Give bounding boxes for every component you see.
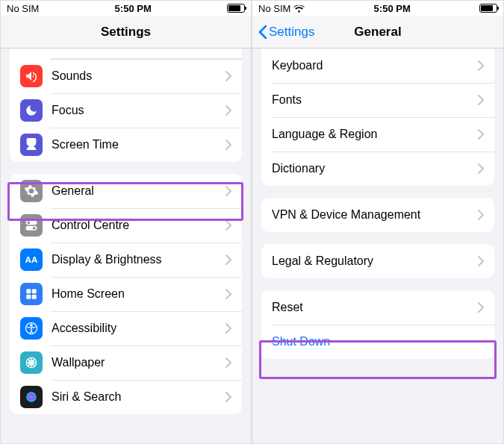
row-label: Focus xyxy=(52,104,225,117)
back-button[interactable]: Settings xyxy=(258,25,314,40)
row-label: Control Centre xyxy=(52,219,225,232)
settings-scroll[interactable]: Sounds Focus Screen Time xyxy=(1,49,251,444)
back-label: Settings xyxy=(269,25,314,40)
list-item-siri[interactable]: Siri & Search xyxy=(10,380,242,414)
settings-group-2: General Control Centre AA Display & Brig… xyxy=(10,174,242,414)
chevron-right-icon xyxy=(478,163,484,174)
status-time: 5:50 PM xyxy=(115,3,152,14)
siri-icon xyxy=(20,386,43,408)
chevron-right-icon xyxy=(225,140,231,150)
screentime-icon xyxy=(20,134,43,156)
nav-header: Settings xyxy=(1,16,251,49)
row-label: Reset xyxy=(272,301,478,314)
list-item-legal[interactable]: Legal & Regulatory xyxy=(261,244,494,278)
list-item-wallpaper[interactable]: Wallpaper xyxy=(10,345,242,380)
chevron-right-icon xyxy=(225,392,231,402)
general-group-4: Reset Shut Down xyxy=(261,290,494,359)
nav-header: Settings General xyxy=(252,16,503,49)
row-label: VPN & Device Management xyxy=(272,208,478,222)
row-label: Screen Time xyxy=(52,138,225,151)
chevron-right-icon xyxy=(478,210,484,220)
chevron-right-icon xyxy=(478,60,484,71)
list-item-display[interactable]: AA Display & Brightness xyxy=(10,243,242,277)
row-label: Keyboard xyxy=(272,59,478,72)
row-label: Shut Down xyxy=(272,335,484,348)
row-label: Accessibility xyxy=(52,322,225,335)
list-item-screentime[interactable]: Screen Time xyxy=(10,128,242,162)
chevron-right-icon xyxy=(225,220,231,231)
svg-rect-7 xyxy=(26,295,31,299)
wifi-icon xyxy=(293,3,305,14)
chevron-right-icon xyxy=(225,289,231,299)
page-title: General xyxy=(354,25,401,40)
list-item-shutdown[interactable]: Shut Down xyxy=(261,325,494,359)
gear-icon xyxy=(20,180,43,202)
row-label: Sounds xyxy=(52,69,225,83)
controlcentre-icon xyxy=(20,214,43,237)
wallpaper-icon xyxy=(20,351,43,374)
list-item-sounds[interactable]: Sounds xyxy=(10,59,242,93)
status-carrier: No SIM xyxy=(258,3,290,14)
svg-point-2 xyxy=(27,221,30,224)
focus-icon xyxy=(20,99,43,122)
chevron-right-icon xyxy=(478,95,484,105)
row-label: Legal & Regulatory xyxy=(272,254,478,268)
chevron-right-icon xyxy=(225,254,231,265)
row-label: General xyxy=(52,184,225,198)
list-item-keyboard[interactable]: Keyboard xyxy=(261,49,494,83)
chevron-right-icon xyxy=(225,71,231,81)
svg-rect-8 xyxy=(32,295,37,299)
chevron-right-icon xyxy=(225,186,231,196)
list-item-controlcentre[interactable]: Control Centre xyxy=(10,208,242,243)
row-label: Wallpaper xyxy=(52,356,225,369)
row-label: Fonts xyxy=(272,93,478,107)
homescreen-icon xyxy=(20,283,43,305)
svg-point-10 xyxy=(31,325,33,327)
chevron-right-icon xyxy=(478,256,484,266)
row-label: Language & Region xyxy=(272,128,478,141)
row-label: Dictionary xyxy=(272,162,478,175)
chevron-right-icon xyxy=(225,105,231,116)
list-item-dictionary[interactable]: Dictionary xyxy=(261,151,494,186)
list-item-vpn[interactable]: VPN & Device Management xyxy=(261,198,494,232)
svg-rect-6 xyxy=(32,289,37,293)
list-item-language[interactable]: Language & Region xyxy=(261,117,494,151)
list-item-focus[interactable]: Focus xyxy=(10,93,242,128)
settings-group-1: Sounds Focus Screen Time xyxy=(10,49,242,162)
status-time: 5:50 PM xyxy=(374,3,411,14)
general-group-3: Legal & Regulatory xyxy=(261,244,494,278)
list-item-general[interactable]: General xyxy=(10,174,242,208)
phone-settings: No SIM 5:50 PM Settings Sounds Focus xyxy=(0,0,252,444)
status-carrier: No SIM xyxy=(7,3,39,14)
status-bar: No SIM 5:50 PM xyxy=(252,1,503,16)
general-group-1: Keyboard Fonts Language & Region Diction… xyxy=(261,49,494,186)
sounds-icon xyxy=(20,65,43,87)
general-group-2: VPN & Device Management xyxy=(261,198,494,232)
list-item-fonts[interactable]: Fonts xyxy=(261,83,494,117)
list-item-homescreen[interactable]: Home Screen xyxy=(10,277,242,311)
svg-rect-5 xyxy=(26,289,31,293)
battery-icon xyxy=(479,4,497,13)
list-item-accessibility[interactable]: Accessibility xyxy=(10,311,242,345)
phone-general: No SIM 5:50 PM Settings General Keyboard… xyxy=(252,0,504,444)
battery-icon xyxy=(227,4,245,13)
svg-point-13 xyxy=(26,392,36,401)
general-scroll[interactable]: Keyboard Fonts Language & Region Diction… xyxy=(252,49,503,444)
chevron-right-icon xyxy=(225,323,231,334)
status-bar: No SIM 5:50 PM xyxy=(1,1,251,16)
accessibility-icon xyxy=(20,317,43,340)
chevron-right-icon xyxy=(478,302,484,313)
page-title: Settings xyxy=(101,25,151,40)
chevron-right-icon xyxy=(225,357,231,368)
chevron-right-icon xyxy=(478,129,484,140)
row-label: Display & Brightness xyxy=(52,253,225,266)
svg-point-3 xyxy=(33,227,36,230)
svg-text:AA: AA xyxy=(25,254,38,264)
list-item-reset[interactable]: Reset xyxy=(261,290,494,325)
row-label: Siri & Search xyxy=(52,390,225,404)
display-icon: AA xyxy=(20,248,43,271)
row-label: Home Screen xyxy=(52,287,225,301)
